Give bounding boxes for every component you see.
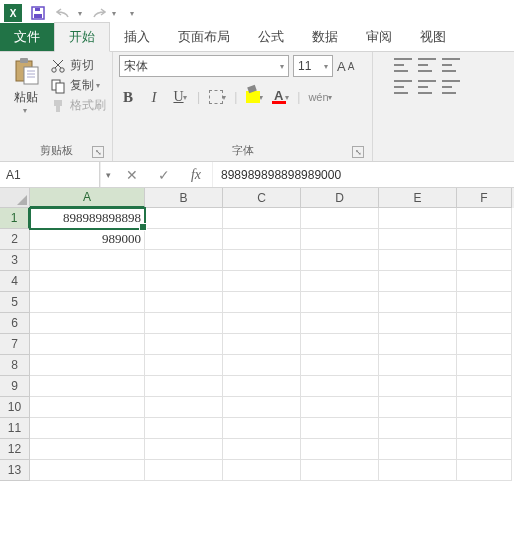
- cell[interactable]: [301, 355, 379, 376]
- font-size-selector[interactable]: 11 ▾: [293, 55, 333, 77]
- cell[interactable]: [223, 439, 301, 460]
- align-right-button[interactable]: [442, 80, 460, 94]
- cell[interactable]: [301, 250, 379, 271]
- bold-button[interactable]: B: [119, 87, 137, 107]
- cell[interactable]: [30, 271, 145, 292]
- align-bottom-button[interactable]: [442, 58, 460, 72]
- cell[interactable]: [145, 397, 223, 418]
- tab-formulas[interactable]: 公式: [244, 23, 298, 51]
- row-header[interactable]: 7: [0, 334, 30, 355]
- cell[interactable]: [457, 397, 512, 418]
- fill-color-button[interactable]: ▾: [245, 87, 263, 107]
- cell[interactable]: [223, 460, 301, 481]
- cell[interactable]: [301, 313, 379, 334]
- cell[interactable]: [457, 229, 512, 250]
- insert-function-button[interactable]: fx: [180, 167, 212, 183]
- cell[interactable]: [30, 250, 145, 271]
- cell[interactable]: [379, 271, 457, 292]
- cell[interactable]: [379, 460, 457, 481]
- tab-page-layout[interactable]: 页面布局: [164, 23, 244, 51]
- cell[interactable]: [223, 355, 301, 376]
- cell[interactable]: [145, 418, 223, 439]
- cell-a2[interactable]: 989000: [30, 229, 145, 250]
- row-header[interactable]: 3: [0, 250, 30, 271]
- tab-data[interactable]: 数据: [298, 23, 352, 51]
- font-name-selector[interactable]: 宋体 ▾: [119, 55, 289, 77]
- cell[interactable]: [223, 271, 301, 292]
- cell[interactable]: [30, 397, 145, 418]
- select-all-corner[interactable]: [0, 188, 30, 208]
- align-center-button[interactable]: [418, 80, 436, 94]
- cell[interactable]: [301, 208, 379, 229]
- column-header-f[interactable]: F: [457, 188, 512, 208]
- column-header-c[interactable]: C: [223, 188, 301, 208]
- cell[interactable]: [145, 460, 223, 481]
- tab-view[interactable]: 视图: [406, 23, 460, 51]
- cell[interactable]: [30, 313, 145, 334]
- align-left-button[interactable]: [394, 80, 412, 94]
- cell[interactable]: [145, 334, 223, 355]
- cell[interactable]: [301, 334, 379, 355]
- qat-customize-icon[interactable]: ▾: [130, 9, 134, 18]
- cell[interactable]: [223, 397, 301, 418]
- cell[interactable]: [457, 313, 512, 334]
- italic-button[interactable]: I: [145, 87, 163, 107]
- tab-insert[interactable]: 插入: [110, 23, 164, 51]
- align-top-button[interactable]: [394, 58, 412, 72]
- cell[interactable]: [30, 460, 145, 481]
- cell[interactable]: [223, 313, 301, 334]
- border-button[interactable]: ▾: [208, 87, 226, 107]
- name-box-dropdown[interactable]: ▾: [100, 162, 116, 187]
- cell[interactable]: [223, 208, 301, 229]
- copy-button[interactable]: 复制 ▾: [50, 77, 106, 94]
- undo-dropdown-icon[interactable]: ▾: [78, 9, 82, 18]
- cell[interactable]: [457, 271, 512, 292]
- cell[interactable]: [223, 418, 301, 439]
- cell[interactable]: [145, 229, 223, 250]
- row-header[interactable]: 8: [0, 355, 30, 376]
- enter-button[interactable]: ✓: [148, 167, 180, 183]
- cell[interactable]: [145, 439, 223, 460]
- cell[interactable]: [457, 376, 512, 397]
- decrease-font-button[interactable]: A: [348, 61, 355, 72]
- formula-input[interactable]: 898989898898989000: [212, 162, 514, 187]
- cell[interactable]: [379, 250, 457, 271]
- font-dialog-launcher[interactable]: ⤡: [352, 146, 364, 158]
- cell[interactable]: [379, 208, 457, 229]
- phonetic-button[interactable]: wén▾: [308, 87, 331, 107]
- row-header[interactable]: 13: [0, 460, 30, 481]
- cell[interactable]: [30, 292, 145, 313]
- cell[interactable]: [379, 292, 457, 313]
- tab-file[interactable]: 文件: [0, 23, 54, 51]
- cell[interactable]: [457, 418, 512, 439]
- cell[interactable]: [145, 271, 223, 292]
- cell[interactable]: [379, 439, 457, 460]
- name-box[interactable]: A1: [0, 162, 100, 187]
- row-header[interactable]: 1: [0, 208, 30, 229]
- save-button[interactable]: [28, 3, 48, 23]
- cell[interactable]: [301, 271, 379, 292]
- cell[interactable]: [457, 292, 512, 313]
- cell[interactable]: [379, 355, 457, 376]
- cell[interactable]: [301, 418, 379, 439]
- cell[interactable]: [379, 313, 457, 334]
- cell[interactable]: [145, 376, 223, 397]
- cell[interactable]: [379, 229, 457, 250]
- font-color-button[interactable]: A ▾: [271, 87, 289, 107]
- increase-font-button[interactable]: A: [337, 59, 346, 74]
- cell[interactable]: [457, 355, 512, 376]
- cell[interactable]: [223, 229, 301, 250]
- cell[interactable]: [145, 292, 223, 313]
- cell[interactable]: [301, 397, 379, 418]
- column-header-e[interactable]: E: [379, 188, 457, 208]
- column-header-d[interactable]: D: [301, 188, 379, 208]
- column-header-a[interactable]: A: [30, 188, 145, 208]
- cell[interactable]: [145, 250, 223, 271]
- cell[interactable]: [379, 376, 457, 397]
- cell[interactable]: [301, 229, 379, 250]
- row-header[interactable]: 11: [0, 418, 30, 439]
- paste-dropdown-icon[interactable]: ▾: [23, 106, 27, 115]
- paste-button[interactable]: 粘贴: [14, 89, 38, 106]
- cell[interactable]: [301, 292, 379, 313]
- cell[interactable]: [457, 334, 512, 355]
